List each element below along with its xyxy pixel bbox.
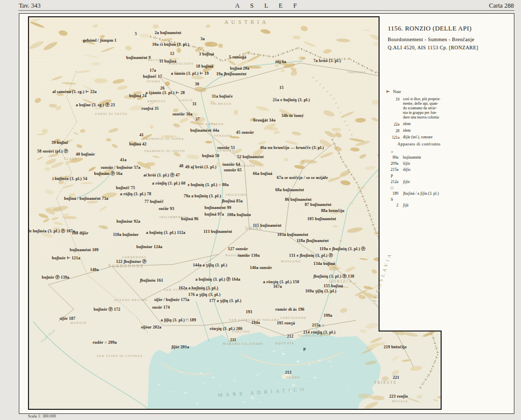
- note-row: 28idem: [386, 129, 450, 133]
- apparato-list: ○80abuʃinamént209ašiʃór215adiʃíoP212aʃiʃ…: [386, 149, 462, 207]
- legend-panel: 1156. RONZIO (DELLE API) Bourdonnement -…: [379, 16, 513, 332]
- notes-header-label: Note: [393, 89, 401, 94]
- atlas-plate-page: Tav. 343 A S L E F Carta 288: [0, 0, 521, 420]
- header-rule: [18, 10, 514, 11]
- apparato-symbol: □: [386, 186, 462, 190]
- plate-number: Tav. 343: [19, 2, 41, 10]
- notes-list: 19così si dice, più propria- mente, dell…: [386, 97, 450, 140]
- tack-icon: ⊢: [386, 89, 390, 94]
- apparato-header: Apparato di confronto: [386, 141, 462, 146]
- apparato-row: 212aʃiʃór: [386, 179, 462, 184]
- apparato-row: 209ašiʃór: [386, 161, 462, 166]
- note-row: 121ađiʃár (inf.), ronzare: [386, 135, 450, 140]
- apparato-symbol: ○: [386, 149, 462, 154]
- apparato-block: Apparato di confronto ○80abuʃinamént209a…: [386, 141, 462, 209]
- note-row: 19così si dice, più propria- mente, dell…: [386, 97, 450, 120]
- apparato-symbol: P: [386, 174, 462, 178]
- legend-reference: Q.ALI 4520, AIS 1153 Cp. [RONZARE]: [388, 45, 478, 50]
- apparato-symbol: S: [386, 197, 462, 202]
- apparato-row: 2ʃiʃá: [386, 203, 462, 207]
- notes-header: ⊢Note: [386, 89, 450, 94]
- notes-block: ⊢Note 19così si dice, più propria- mente…: [386, 89, 450, 142]
- legend-subtitle: Bourdonnement - Summen - Brenčanje: [388, 37, 474, 42]
- carta-number: Carta 288: [489, 2, 514, 10]
- apparato-row: 215adiʃío: [386, 167, 462, 172]
- apparato-row: 189ʃbuʃiná / a ʃíʃin (3. pl.): [386, 191, 462, 196]
- scale-note: Scala 1: 300.000: [28, 414, 56, 418]
- note-row: 22aidem: [386, 122, 450, 127]
- legend-title: 1156. RONZIO (DELLE API): [388, 25, 472, 33]
- apparato-row: 80abuʃinamént: [386, 155, 462, 160]
- atlas-title: A S L E F: [235, 2, 302, 10]
